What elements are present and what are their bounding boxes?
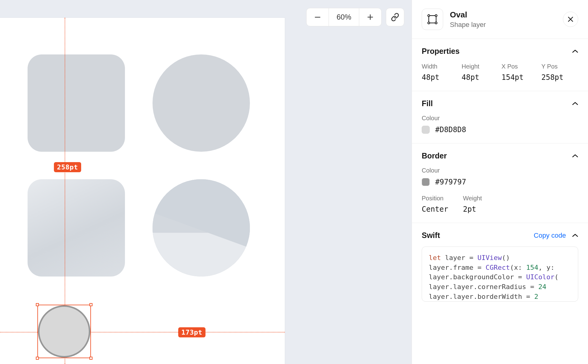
link-icon	[391, 13, 399, 21]
x-distance-badge: 173pt	[178, 327, 205, 337]
chevron-up-icon	[572, 49, 578, 54]
zoom-group: 60%	[306, 8, 382, 26]
border-weight-label: Weight	[463, 195, 482, 202]
fill-section: Fill Colour #D8D8D8	[412, 91, 588, 143]
width-value: 48pt	[422, 73, 458, 82]
layer-type-icon	[422, 9, 443, 30]
resize-handle-tl[interactable]	[36, 303, 39, 306]
design-canvas[interactable]: 258pt 173pt	[0, 0, 412, 364]
inspector-sidebar: Oval Shape layer Properties Width 48pt H…	[412, 0, 588, 364]
swift-header[interactable]: Swift Copy code	[422, 231, 578, 240]
chevron-up-icon	[572, 102, 578, 106]
close-icon	[567, 16, 574, 22]
height-label: Height	[462, 63, 498, 70]
fill-colour-value: #D8D8D8	[435, 125, 466, 134]
shape-oval-gradient[interactable]	[153, 179, 250, 277]
inspector-header: Oval Shape layer	[412, 0, 588, 39]
border-weight-value: 2pt	[463, 205, 482, 214]
layer-title: Oval	[450, 10, 556, 20]
resize-handle-tr[interactable]	[89, 303, 92, 306]
shape-rounded-rect[interactable]	[28, 54, 125, 152]
svg-point-6	[428, 22, 430, 24]
svg-rect-3	[429, 16, 436, 23]
height-value: 48pt	[462, 73, 498, 82]
swift-section: Swift Copy code let layer = UIView() lay…	[412, 223, 588, 311]
zoom-value[interactable]: 60%	[329, 8, 359, 26]
zoom-out-button[interactable]	[307, 8, 329, 26]
y-distance-badge: 258pt	[54, 162, 81, 172]
fill-colour-swatch[interactable]	[422, 126, 430, 134]
swift-code-block[interactable]: let layer = UIView() layer.frame = CGRec…	[422, 247, 578, 302]
zoom-toolbar: 60%	[306, 8, 404, 26]
properties-section: Properties Width 48pt Height 48pt X Pos …	[412, 39, 588, 91]
width-label: Width	[422, 63, 458, 70]
fill-header[interactable]: Fill	[422, 99, 578, 108]
svg-point-5	[435, 15, 437, 17]
chevron-up-icon	[572, 233, 578, 238]
properties-title: Properties	[422, 47, 460, 56]
selected-shape[interactable]	[37, 305, 91, 358]
shape-rounded-rect-gradient[interactable]	[28, 179, 125, 277]
copy-code-button[interactable]: Copy code	[534, 232, 566, 240]
selection-bounds	[37, 305, 91, 358]
xpos-value: 154pt	[502, 73, 538, 82]
swift-title: Swift	[422, 231, 528, 240]
ypos-label: Y Pos	[541, 63, 578, 70]
fill-colour-label: Colour	[422, 115, 578, 122]
shape-icon	[426, 13, 439, 26]
resize-handle-br[interactable]	[89, 357, 92, 360]
xpos-label: X Pos	[502, 63, 538, 70]
close-inspector-button[interactable]	[563, 12, 578, 27]
svg-rect-2	[370, 14, 371, 20]
fill-title: Fill	[422, 99, 433, 108]
resize-handle-bl[interactable]	[36, 357, 39, 360]
border-header[interactable]: Border	[422, 151, 578, 160]
minus-icon	[314, 14, 321, 20]
border-colour-value: #979797	[435, 178, 466, 186]
plus-icon	[367, 14, 374, 20]
shape-oval[interactable]	[153, 54, 250, 152]
border-section: Border Colour #979797 Position Center We…	[412, 143, 588, 223]
artboard[interactable]: 258pt 173pt	[0, 18, 285, 364]
border-title: Border	[422, 151, 447, 160]
layer-subtitle: Shape layer	[450, 21, 556, 29]
svg-rect-0	[315, 17, 320, 18]
border-colour-swatch[interactable]	[422, 178, 430, 186]
ypos-value: 258pt	[541, 73, 578, 82]
border-position-label: Position	[422, 195, 448, 202]
border-colour-label: Colour	[422, 167, 578, 174]
chevron-up-icon	[572, 154, 578, 158]
properties-header[interactable]: Properties	[422, 47, 578, 56]
svg-point-4	[428, 15, 430, 17]
share-link-button[interactable]	[386, 8, 404, 26]
zoom-in-button[interactable]	[359, 8, 381, 26]
border-position-value: Center	[422, 205, 448, 214]
svg-point-7	[435, 22, 437, 24]
